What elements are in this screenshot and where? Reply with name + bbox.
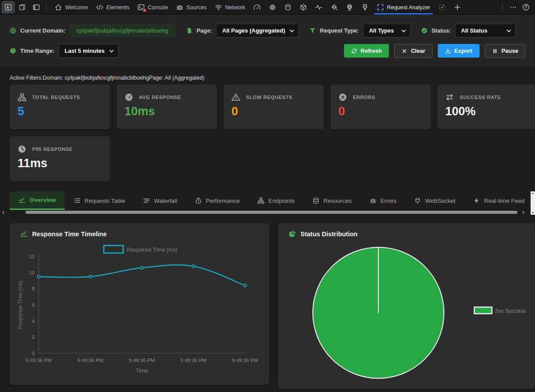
tab-errors[interactable]: Errors [361, 191, 406, 210]
request-type-label: Request Type: [320, 27, 359, 34]
svg-text:4: 4 [32, 319, 35, 324]
globe-stand-icon [346, 4, 353, 11]
devtools-tab-elements[interactable]: Elements [92, 0, 133, 15]
devtools-tab-welcome[interactable]: Welcome [51, 0, 92, 15]
check-circle-icon [421, 27, 428, 34]
devtools-tab-network[interactable]: Network [211, 0, 249, 15]
pause-label: Pause [502, 48, 518, 54]
tab-websocket[interactable]: WebSocket [405, 191, 464, 210]
stat-label-slow-requests: SLOW REQUESTS [246, 95, 293, 100]
dock-panel-button[interactable] [30, 2, 42, 13]
stat-card-total-requests: TOTAL REQUESTS5 [10, 84, 110, 129]
stat-card-success-rate: SUCCESS RATE100% [437, 84, 535, 129]
request-type-value: All Types [369, 27, 394, 34]
devtools-tab-sources[interactable]: Sources [172, 0, 211, 15]
tab-performance[interactable]: Performance [186, 191, 249, 210]
pause-icon [492, 48, 498, 54]
waterfall-icon [143, 197, 150, 204]
devtools-tab-activity[interactable] [311, 0, 326, 15]
status-distribution-pie-chart: 2xx Success [278, 241, 535, 386]
active-filters-page: Page: All (Aggregated) [149, 75, 205, 81]
devtools-tab-model[interactable] [296, 0, 311, 15]
horizontal-scrollbar-thumb[interactable] [26, 211, 517, 214]
dashed-frame-icon [377, 4, 384, 11]
action-buttons: Refresh Clear Export Pause [344, 44, 525, 58]
storage-icon [284, 4, 292, 11]
tab-resources[interactable]: Resources [304, 191, 361, 210]
page-select[interactable]: All Pages (Aggregated) [216, 24, 299, 37]
devtools-tab-styles[interactable] [357, 0, 373, 15]
stat-label-p95-response: P95 RESPONSE [32, 147, 73, 152]
svg-text:12: 12 [29, 254, 35, 259]
request-type-select[interactable]: All Types [363, 24, 410, 37]
devtools-tab-web[interactable] [342, 0, 357, 15]
devtools-tab-label: Request Analyzer [387, 4, 430, 11]
stat-card-slow-requests: SLOW REQUESTS0 [224, 84, 324, 129]
funnel-icon [309, 27, 316, 34]
export-button[interactable]: Export [438, 44, 480, 58]
vertical-scrollbar[interactable] [531, 191, 535, 215]
chevron-down-icon [109, 48, 114, 52]
active-filters-domain: Domain: cpfpakfjbobjafkncgfjmnabcblboehg [43, 75, 149, 81]
devtools-tab-new-tab[interactable] [450, 0, 465, 15]
x-icon [401, 48, 407, 54]
status-select[interactable]: All Status [455, 24, 516, 37]
chevron-down-icon [506, 28, 511, 32]
device-toolbar-button[interactable] [16, 2, 28, 13]
devtools-tab-memory[interactable] [265, 0, 280, 15]
tab-endpoints[interactable]: Endpoints [249, 191, 304, 210]
chevron-down-icon [401, 28, 406, 32]
inspect-button[interactable] [2, 2, 14, 13]
tab-label-resources: Resources [323, 198, 352, 204]
request-analyzer-page: WelcomeElementsConsoleSourcesNetworkRequ… [0, 0, 535, 392]
svg-text:5:49:36 PM: 5:49:36 PM [180, 358, 206, 363]
devtools-tab-storage[interactable] [280, 0, 296, 15]
scroll-left-arrow-icon[interactable] [2, 211, 4, 214]
current-domain-label: Current Domain: [20, 27, 66, 34]
tab-label-endpoints: Endpoints [268, 198, 295, 204]
devtools-tab-recorder[interactable] [434, 0, 450, 15]
devtools-right-controls [497, 0, 535, 15]
stat-value-slow-requests: 0 [231, 106, 316, 117]
current-domain-value: cpfpakfjbobjafkncgfjmnabcblboehg [70, 24, 176, 37]
tab-requests-table[interactable]: Requests Table [65, 191, 134, 210]
list-icon [73, 197, 81, 204]
pause-button[interactable]: Pause [485, 44, 525, 58]
wifi-icon [215, 4, 222, 11]
console-icon [137, 4, 145, 11]
stat-value-avg-response: 10ms [125, 106, 209, 117]
tab-overview[interactable]: Overview [10, 191, 65, 210]
tab-realtime-feed[interactable]: Real-time Feed [464, 191, 531, 210]
svg-text:Response Time (ms): Response Time (ms) [17, 281, 23, 330]
paint-bucket-icon [330, 4, 338, 11]
tab-label-requests-table: Requests Table [84, 198, 125, 204]
charts-row: Response Time Timeline 0246810125:49:36 … [0, 215, 535, 389]
bug-icon [370, 197, 377, 204]
page-label: Page: [197, 27, 212, 34]
stopwatch-icon [195, 197, 202, 204]
horizontal-scrollbar[interactable] [0, 210, 531, 215]
svg-text:0: 0 [32, 351, 35, 356]
stats-grid: TOTAL REQUESTS5AVG RESPONSE10msSLOW REQU… [0, 81, 535, 181]
clear-button[interactable]: Clear [394, 44, 432, 58]
more-options-icon[interactable] [509, 4, 517, 11]
refresh-button[interactable]: Refresh [344, 44, 389, 58]
help-icon[interactable] [522, 4, 530, 11]
scroll-right-arrow-icon[interactable] [523, 211, 524, 214]
time-range-value: Last 5 minutes [65, 48, 105, 54]
code-icon [96, 4, 103, 11]
time-range-select[interactable]: Last 5 minutes [59, 44, 118, 58]
toolbar-divider [502, 3, 502, 12]
gauge-filled-icon [125, 93, 133, 102]
response-time-line-chart: 0246810125:49:36 PM5:49:36 PM5:49:36 PM5… [10, 239, 269, 377]
svg-text:5:49:36 PM: 5:49:36 PM [77, 358, 103, 363]
tab-waterfall[interactable]: Waterfall [134, 191, 186, 210]
svg-text:10: 10 [29, 270, 35, 275]
analyzer-tabs-area: OverviewRequests TableWaterfallPerforman… [0, 191, 535, 215]
bolt-icon [473, 197, 480, 204]
devtools-tab-request-analyzer[interactable]: Request Analyzer [373, 0, 434, 15]
devtools-tab-performance[interactable] [249, 0, 265, 15]
devtools-tab-console[interactable]: Console [133, 0, 172, 15]
chevron-down-icon [290, 28, 294, 32]
devtools-tab-paint[interactable] [326, 0, 342, 15]
